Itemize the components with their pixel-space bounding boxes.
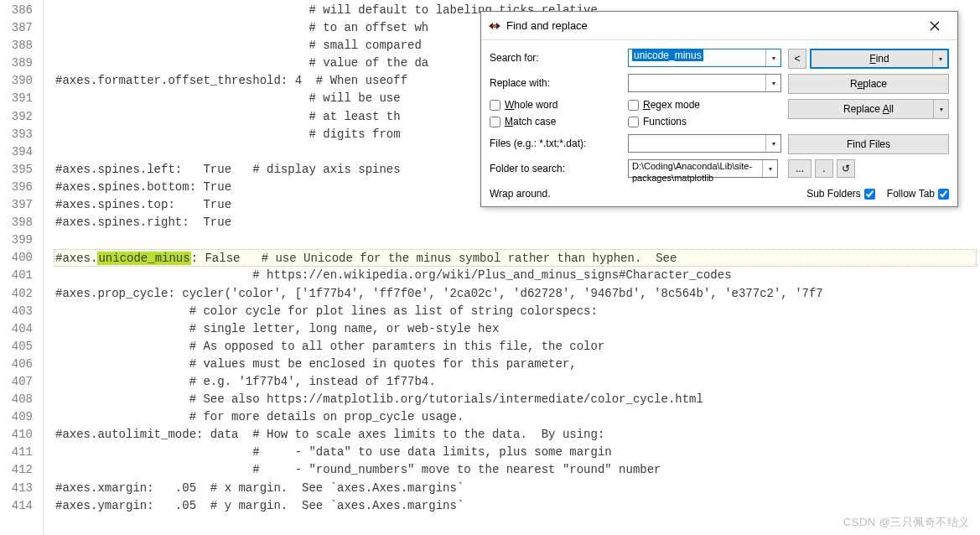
svg-rect-0: [493, 24, 496, 28]
dialog-title: Find and replace: [506, 19, 588, 32]
dialog-titlebar[interactable]: Find and replace: [481, 12, 957, 40]
chevron-down-icon[interactable]: ▾: [765, 135, 780, 152]
files-filter-label: Files (e.g.: *.txt;*.dat):: [490, 138, 628, 149]
close-button[interactable]: [917, 14, 952, 38]
whole-word-checkbox[interactable]: Whole word: [490, 99, 628, 111]
find-replace-dialog: Find and replace Search for: unicode_min…: [480, 11, 958, 207]
find-button[interactable]: Find ▾: [810, 49, 949, 69]
sub-folders-checkbox[interactable]: Sub Folders: [806, 188, 875, 200]
files-filter-input[interactable]: ▾: [628, 134, 781, 153]
replace-all-button[interactable]: Replace All ▾: [788, 99, 949, 119]
functions-checkbox[interactable]: Functions: [628, 116, 700, 127]
current-folder-button[interactable]: ↺: [837, 159, 855, 178]
replace-with-input[interactable]: ▾: [628, 74, 781, 92]
watermark-text: CSDN @三只佩奇不结义: [843, 515, 970, 530]
folder-to-search-label: Folder to search:: [490, 163, 628, 174]
replace-button[interactable]: Replace: [788, 74, 949, 94]
folder-to-search-input[interactable]: D:\Coding\Anaconda\Lib\site-packages\mat…: [628, 159, 778, 178]
search-for-input[interactable]: unicode_minus ▾: [628, 49, 781, 67]
find-files-button[interactable]: Find Files: [788, 134, 949, 154]
chevron-down-icon[interactable]: ▾: [765, 75, 780, 91]
chevron-down-icon[interactable]: ▾: [932, 50, 947, 67]
line-number-gutter: 3863873883893903913923933943953963973983…: [0, 0, 44, 535]
status-message: Wrap around.: [490, 188, 551, 200]
app-icon: [488, 19, 501, 33]
regex-mode-checkbox[interactable]: Regex mode: [628, 99, 700, 111]
parent-folder-button[interactable]: .: [815, 159, 833, 178]
chevron-down-icon[interactable]: ▾: [762, 160, 777, 177]
match-case-checkbox[interactable]: Match case: [490, 116, 628, 127]
search-for-label: Search for:: [490, 52, 628, 64]
find-previous-button[interactable]: <: [788, 49, 806, 69]
chevron-down-icon[interactable]: ▾: [933, 100, 948, 118]
browse-folder-button[interactable]: ...: [788, 159, 811, 178]
follow-tab-checkbox[interactable]: Follow Tab: [887, 188, 949, 200]
replace-with-label: Replace with:: [490, 77, 628, 89]
chevron-down-icon[interactable]: ▾: [765, 49, 780, 66]
